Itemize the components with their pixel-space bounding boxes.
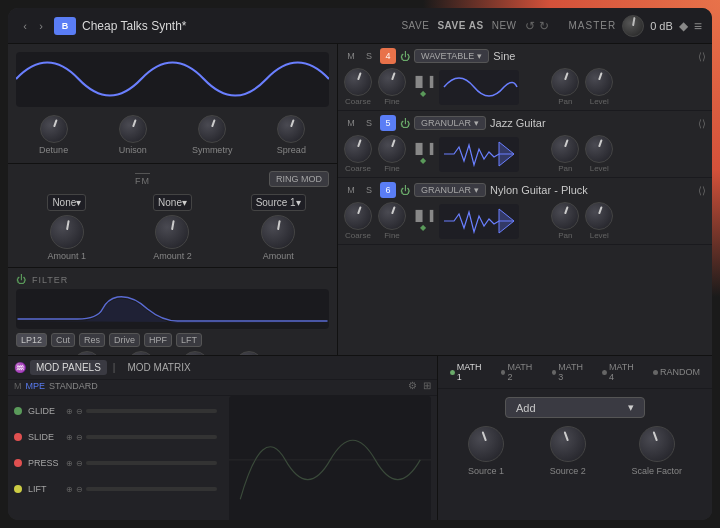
math3-dot — [552, 370, 557, 375]
unison-knob[interactable] — [119, 115, 147, 143]
symmetry-knob[interactable] — [198, 115, 226, 143]
track-4-fine-knob[interactable] — [378, 68, 406, 96]
math-tab-2[interactable]: MATH 2 — [495, 360, 544, 384]
lift-btn1[interactable]: ⊕ — [66, 485, 73, 494]
filter-lpf-knob[interactable] — [235, 351, 263, 355]
save-button[interactable]: SAVE — [401, 20, 429, 31]
track-6-pan-knob[interactable] — [551, 202, 579, 230]
track-5-expand[interactable]: ⟨⟩ — [698, 118, 706, 129]
filter-type-res[interactable]: Res — [79, 333, 105, 347]
track-6-expand[interactable]: ⟨⟩ — [698, 185, 706, 196]
filter-type-drive[interactable]: Drive — [109, 333, 140, 347]
track-4-type[interactable]: WAVETABLE ▾ — [414, 49, 489, 63]
filter-toggle[interactable]: ⏻ — [16, 274, 26, 285]
amount1-knob[interactable] — [50, 215, 84, 249]
back-arrow[interactable]: ‹ — [18, 19, 32, 33]
track-4-mute[interactable]: M — [344, 51, 358, 61]
press-btn2[interactable]: ⊖ — [76, 459, 83, 468]
track-4-controls: Coarse Fine ▐▌▐ ◆ — [344, 68, 706, 106]
track-6-mute[interactable]: M — [344, 185, 358, 195]
track-6-number: 6 — [380, 182, 396, 198]
source2-knob[interactable] — [550, 426, 586, 462]
math-tab-random[interactable]: RANDOM — [647, 360, 706, 384]
track-5-level-knob[interactable] — [585, 135, 613, 163]
math-source-1: Source 1 — [468, 426, 504, 476]
math-tab-4[interactable]: MATH 4 — [596, 360, 645, 384]
track-5-pan-knob[interactable] — [551, 135, 579, 163]
ring-mod-button[interactable]: RING MOD — [269, 171, 329, 187]
math-tab-3[interactable]: MATH 3 — [546, 360, 595, 384]
filter-type-hpf[interactable]: HPF — [144, 333, 172, 347]
forward-arrow[interactable]: › — [34, 19, 48, 33]
filter-type-cut[interactable]: Cut — [51, 333, 75, 347]
track-5-coarse-knob[interactable] — [344, 135, 372, 163]
redo-button[interactable]: ↻ — [539, 19, 549, 33]
main-content: Detune Unison Symmetry Spread — [8, 44, 712, 355]
track-4-expand[interactable]: ⟨⟩ — [698, 51, 706, 62]
track-4-level-knob[interactable] — [585, 68, 613, 96]
source1-knob[interactable] — [468, 426, 504, 462]
fm-select-3[interactable]: Source 1 ▾ — [251, 194, 306, 211]
amount3-knob[interactable] — [261, 215, 295, 249]
new-button[interactable]: NEW — [492, 20, 517, 31]
track-6-level-knob[interactable] — [585, 202, 613, 230]
mod-matrix-tab[interactable]: MOD MATRIX — [121, 360, 196, 375]
track-5-type[interactable]: GRANULAR ▾ — [414, 116, 486, 130]
track-4-pan-knob[interactable] — [551, 68, 579, 96]
track-5-level-label: Level — [590, 164, 609, 173]
track-6-eq[interactable]: ▐▌▐ — [412, 210, 433, 221]
math-operation-select[interactable]: Add ▾ — [505, 397, 645, 418]
undo-button[interactable]: ↺ — [525, 19, 535, 33]
glide-btn2[interactable]: ⊖ — [76, 407, 83, 416]
track-5-mute[interactable]: M — [344, 118, 358, 128]
mod-lanes-area: GLIDE ⊕ ⊖ SLIDE ⊕ ⊖ — [8, 396, 437, 520]
track-4-eq[interactable]: ▐▌▐ — [412, 76, 433, 87]
track-6-coarse-knob[interactable] — [344, 202, 372, 230]
track-6-pan: Pan — [551, 202, 579, 240]
fm-select-1[interactable]: None ▾ — [47, 194, 86, 211]
track-5-pan: Pan — [551, 135, 579, 173]
track-5-fine-knob[interactable] — [378, 135, 406, 163]
math-body: Add ▾ Source 1 Source 2 Scale Factor — [438, 389, 712, 484]
math-tab-1[interactable]: MATH 1 — [444, 360, 493, 384]
track-6-solo[interactable]: S — [362, 185, 376, 195]
mod-tabs: ♒ MOD PANELS | MOD MATRIX — [8, 356, 437, 380]
amount2-knob[interactable] — [155, 215, 189, 249]
track-5-eq[interactable]: ▐▌▐ — [412, 143, 433, 154]
press-btn1[interactable]: ⊕ — [66, 459, 73, 468]
track-6-power[interactable]: ⏻ — [400, 185, 410, 196]
mod-panels-tab[interactable]: MOD PANELS — [30, 360, 107, 375]
filter-type-lft[interactable]: LFT — [176, 333, 202, 347]
filter-hpf-knob[interactable] — [181, 351, 209, 355]
cut-knob[interactable] — [73, 351, 101, 355]
menu-icon[interactable]: ≡ — [694, 18, 702, 34]
filter-type-lp12[interactable]: LP12 — [16, 333, 47, 347]
track-6-type[interactable]: GRANULAR ▾ — [414, 183, 486, 197]
mod-expand-icon[interactable]: ⊞ — [423, 380, 431, 391]
detune-knob[interactable] — [40, 115, 68, 143]
mpe-option[interactable]: MPE — [26, 381, 46, 391]
track-4-coarse-knob[interactable] — [344, 68, 372, 96]
res-knob[interactable] — [127, 351, 155, 355]
track-4-fine-label: Fine — [384, 97, 400, 106]
track-6-name: Nylon Guitar - Pluck — [490, 184, 694, 196]
fm-select-2[interactable]: None ▾ — [153, 194, 192, 211]
save-as-button[interactable]: SAVE AS — [437, 20, 483, 31]
track-5-power[interactable]: ⏻ — [400, 118, 410, 129]
slide-btn1[interactable]: ⊕ — [66, 433, 73, 442]
scale-factor-knob[interactable] — [639, 426, 675, 462]
filter-section: ⏻ FILTER LP12 Cut Res Drive HPF LFT — [8, 268, 337, 355]
slide-btn2[interactable]: ⊖ — [76, 433, 83, 442]
lift-btn2[interactable]: ⊖ — [76, 485, 83, 494]
standard-option[interactable]: STANDARD — [49, 381, 98, 391]
track-6-fine-knob[interactable] — [378, 202, 406, 230]
glide-btn1[interactable]: ⊕ — [66, 407, 73, 416]
master-knob[interactable] — [622, 15, 644, 37]
track-4-solo[interactable]: S — [362, 51, 376, 61]
track-5-solo[interactable]: S — [362, 118, 376, 128]
mod-settings-icon[interactable]: ⚙ — [408, 380, 417, 391]
track-4-power[interactable]: ⏻ — [400, 51, 410, 62]
diamond-icon[interactable]: ◆ — [679, 19, 688, 33]
press-label: PRESS — [28, 458, 60, 468]
spread-knob[interactable] — [277, 115, 305, 143]
